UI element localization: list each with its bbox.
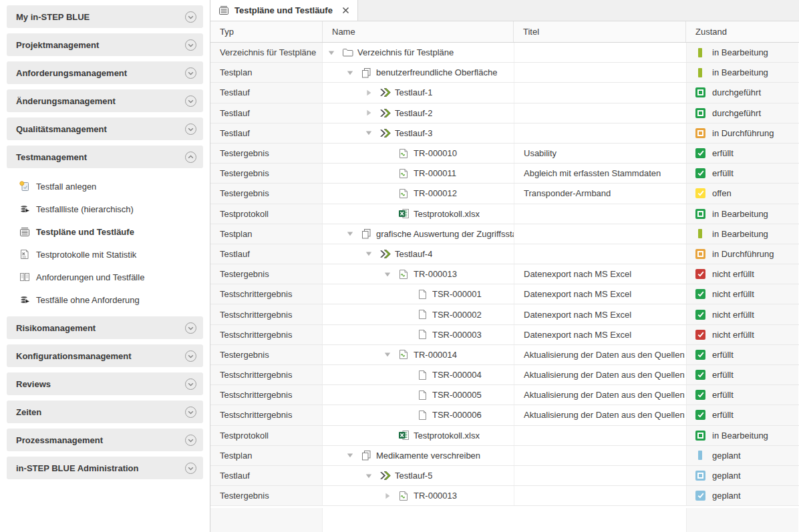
chevron-up-circle-icon[interactable]	[184, 151, 197, 164]
table-row[interactable]: TestergebnisTR-000013Datenexport nach MS…	[210, 264, 799, 284]
name-label: TSR-000005	[432, 390, 482, 400]
expander-open-icon[interactable]	[347, 230, 360, 237]
table-row[interactable]: TestergebnisTR-000014Aktualisierung der …	[210, 345, 799, 365]
expander-closed-icon[interactable]	[365, 89, 379, 96]
two-docs-icon	[19, 272, 30, 282]
column-header-titel[interactable]: Titel	[514, 21, 686, 42]
expander-open-icon[interactable]	[365, 129, 379, 136]
table-row[interactable]: TestlaufTestlauf-1durchgeführt	[210, 83, 799, 103]
table-row[interactable]: TestprotokollTestprotokoll.xlsxin Bearbe…	[210, 426, 799, 446]
table-row[interactable]: TestprotokollTestprotokoll.xlsxin Bearbe…	[210, 204, 799, 224]
cell-zustand: nicht erfüllt	[686, 264, 798, 284]
expander-open-icon[interactable]	[365, 250, 379, 257]
table-row[interactable]: Verzeichnis für TestpläneVerzeichnis für…	[210, 43, 799, 63]
teststep-icon	[416, 410, 428, 421]
chevron-down-circle-icon[interactable]	[184, 462, 197, 475]
column-header-name[interactable]: Name	[323, 21, 514, 42]
chevron-down-circle-icon[interactable]	[184, 378, 197, 390]
chevron-down-circle-icon[interactable]	[184, 123, 197, 136]
status-label: in Bearbeitung	[712, 229, 768, 239]
sidebar-section[interactable]: Konfigurationsmanagement	[7, 344, 203, 367]
table-row[interactable]: TestlaufTestlauf-2durchgeführt	[210, 103, 799, 123]
table-row[interactable]: TestschrittergebnisTSR-000006Aktualisier…	[210, 405, 799, 425]
table-row[interactable]: TestlaufTestlauf-3in Durchführung	[210, 123, 799, 144]
column-header-typ[interactable]: Typ	[210, 21, 323, 42]
sidebar-section[interactable]: My in-STEP BLUE	[7, 5, 203, 28]
sidebar-section[interactable]: Anforderungsmanagement	[7, 61, 203, 84]
sidebar-section[interactable]: Qualitätsmanagement	[7, 117, 203, 140]
sidebar-item[interactable]: Testfallliste (hierarchisch)	[0, 198, 210, 220]
excel-doc-icon	[19, 249, 30, 260]
cell-typ: Testprotokoll	[210, 426, 323, 445]
expander-closed-icon[interactable]	[365, 109, 379, 116]
name-label: benutzerfreundliche Oberfläche	[376, 67, 497, 77]
table-row[interactable]: Testplanbenutzerfreundliche Oberflächein…	[210, 63, 799, 83]
cell-typ: Testlauf	[210, 103, 323, 123]
sidebar-section[interactable]: Testmanagement	[7, 146, 203, 168]
status-label: erfüllt	[712, 168, 734, 178]
table-row[interactable]: TestschrittergebnisTSR-000003Datenexport…	[210, 325, 799, 345]
table-row[interactable]: TestlaufTestlauf-4in Durchführung	[210, 244, 799, 264]
chevron-down-circle-icon[interactable]	[184, 67, 197, 79]
cell-name: TSR-000004	[323, 365, 514, 384]
expander-open-icon[interactable]	[365, 473, 379, 479]
table-row[interactable]: TestschrittergebnisTSR-000005Aktualisier…	[210, 385, 799, 405]
sidebar-section[interactable]: Reviews	[7, 372, 203, 395]
cell-name: Verzeichnis für Testpläne	[323, 43, 514, 62]
cell-typ: Testschrittergebnis	[210, 325, 323, 344]
chevron-down-circle-icon[interactable]	[184, 95, 197, 107]
name-label: TSR-000003	[432, 330, 482, 340]
cell-name: TR-000010	[323, 144, 514, 163]
sidebar-section[interactable]: Risikomanagement	[7, 316, 203, 339]
table-row[interactable]: TestschrittergebnisTSR-000002Datenexport…	[210, 304, 799, 324]
cell-zustand: in Durchführung	[686, 244, 798, 264]
status-square-icon	[695, 471, 705, 481]
sidebar-section[interactable]: Zeiten	[7, 401, 203, 423]
table-row[interactable]: TestergebnisTR-000010Usabilityerfüllt	[210, 144, 799, 164]
status-label: in Bearbeitung	[712, 47, 768, 57]
chevron-down-circle-icon[interactable]	[184, 39, 197, 51]
expander-open-icon[interactable]	[347, 69, 360, 76]
name-label: TR-000011	[414, 168, 456, 178]
expander-open-icon[interactable]	[347, 452, 360, 459]
expander-closed-icon[interactable]	[384, 493, 397, 499]
cell-zustand: durchgeführt	[686, 103, 798, 123]
chevron-down-circle-icon[interactable]	[184, 322, 197, 334]
expander-open-icon[interactable]	[384, 271, 397, 278]
status-check-icon	[695, 188, 705, 198]
expander-open-icon[interactable]	[328, 49, 341, 56]
cell-typ: Verzeichnis für Testpläne	[210, 43, 323, 62]
table-row[interactable]: TestergebnisTR-000011Abgleich mit erfass…	[210, 164, 799, 184]
chevron-down-circle-icon[interactable]	[184, 350, 197, 362]
status-label: erfüllt	[712, 410, 734, 420]
table-row[interactable]: TestschrittergebnisTSR-000004Aktualisier…	[210, 365, 799, 385]
cell-zustand: geplant	[686, 446, 798, 465]
tree-indent	[328, 113, 365, 113]
tab-testplaene-und-testlaeufe[interactable]: Testpläne und Testläufe	[210, 0, 358, 21]
sidebar-item[interactable]: Testfälle ohne Anforderung	[0, 288, 210, 311]
cell-zustand: in Bearbeitung	[686, 224, 798, 244]
table-row[interactable]: Testplangrafische Auswertung der Zugriff…	[210, 224, 799, 244]
table-row[interactable]: TestergebnisTR-000012Transponder-Armband…	[210, 184, 799, 204]
sidebar-item[interactable]: Anforderungen und Testfälle	[0, 266, 210, 288]
table-row[interactable]: TestlaufTestlauf-5geplant	[210, 466, 799, 486]
sidebar-section[interactable]: in-STEP BLUE Administration	[7, 457, 203, 479]
folder-icon	[341, 47, 353, 57]
table-row[interactable]: TestschrittergebnisTSR-000001Datenexport…	[210, 284, 799, 304]
chevron-down-circle-icon[interactable]	[184, 434, 197, 447]
status-square-icon	[695, 249, 705, 259]
sidebar-section[interactable]: Änderungsmanagement	[7, 89, 203, 112]
chevron-down-circle-icon[interactable]	[184, 11, 197, 23]
sidebar-item[interactable]: Testfall anlegen	[0, 175, 210, 198]
close-icon[interactable]	[342, 7, 349, 14]
column-header-zustand[interactable]: Zustand	[686, 21, 798, 42]
expander-open-icon[interactable]	[384, 351, 397, 358]
status-icon-slot	[695, 48, 705, 57]
chevron-down-circle-icon[interactable]	[184, 406, 197, 419]
table-row[interactable]: TestplanMedikamente verschreibengeplant	[210, 446, 799, 466]
sidebar-item[interactable]: Testprotokolle mit Statistik	[0, 243, 210, 266]
sidebar-section[interactable]: Projektmanagement	[7, 33, 203, 56]
sidebar-item[interactable]: Testpläne und Testläufe	[0, 220, 210, 243]
sidebar-section[interactable]: Prozessmanagement	[7, 429, 203, 451]
table-row[interactable]: TestergebnisTR-000013geplant	[210, 486, 799, 506]
